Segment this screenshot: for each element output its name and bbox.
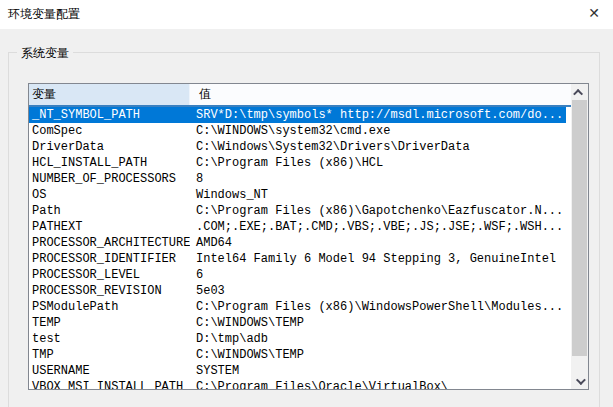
variable-value: 8 — [190, 172, 566, 186]
variable-value: SYSTEM — [190, 364, 566, 378]
variable-name: NUMBER_OF_PROCESSORS — [29, 172, 190, 186]
scrollbar-thumb[interactable] — [572, 100, 587, 356]
table-row[interactable]: PROCESSOR_IDENTIFIERIntel64 Family 6 Mod… — [29, 251, 566, 267]
column-header-value[interactable]: 值 — [190, 84, 588, 105]
variable-name: HCL_INSTALL_PATH — [29, 156, 190, 170]
table-row[interactable]: DriverDataC:\Windows\System32\Drivers\Dr… — [29, 139, 566, 155]
variable-name: PSModulePath — [29, 300, 190, 314]
table-row[interactable]: _NT_SYMBOL_PATHSRV*D:\tmp\symbols* http:… — [29, 107, 566, 123]
table-row[interactable]: NUMBER_OF_PROCESSORS8 — [29, 171, 566, 187]
variable-name: _NT_SYMBOL_PATH — [29, 108, 190, 122]
variable-value: C:\Program Files (x86)\Gapotchenko\Eazfu… — [190, 204, 566, 218]
table-row[interactable]: testD:\tmp\adb — [29, 331, 566, 347]
variable-value: C:\Windows\System32\Drivers\DriverData — [190, 140, 566, 154]
table-row[interactable]: PSModulePathC:\Program Files (x86)\Windo… — [29, 299, 566, 315]
table-row[interactable]: HCL_INSTALL_PATHC:\Program Files (x86)\H… — [29, 155, 566, 171]
variable-name: VBOX_MSI_INSTALL_PATH — [29, 380, 190, 389]
scrollbar-up-icon[interactable] — [571, 84, 588, 100]
scrollbar-down-icon[interactable] — [571, 373, 588, 389]
variable-name: PATHEXT — [29, 220, 190, 234]
table-row[interactable]: VBOX_MSI_INSTALL_PATHC:\Program Files\Or… — [29, 379, 566, 389]
table-row[interactable]: TEMPC:\WINDOWS\TEMP — [29, 315, 566, 331]
variable-value: 5e03 — [190, 284, 566, 298]
variable-name: PROCESSOR_ARCHITECTURE — [29, 236, 190, 250]
variable-value: C:\Program Files (x86)\WindowsPowerShell… — [190, 300, 566, 314]
variable-value: C:\WINDOWS\TEMP — [190, 316, 566, 330]
window-title: 环境变量配置 — [0, 6, 80, 23]
environment-variables-dialog: 环境变量配置 ✕ 系统变量 变量 值 _NT_SYMBOL_PATHSRV*D:… — [0, 0, 613, 407]
variable-value: AMD64 — [190, 236, 566, 250]
variable-value: Windows_NT — [190, 188, 566, 202]
variable-name: USERNAME — [29, 364, 190, 378]
table-row[interactable]: ComSpecC:\WINDOWS\system32\cmd.exe — [29, 123, 566, 139]
variable-name: PROCESSOR_LEVEL — [29, 268, 190, 282]
variable-name: PROCESSOR_IDENTIFIER — [29, 252, 190, 266]
variable-value: .COM;.EXE;.BAT;.CMD;.VBS;.VBE;.JS;.JSE;.… — [190, 220, 566, 234]
variable-name: PROCESSOR_REVISION — [29, 284, 190, 298]
variable-value: 6 — [190, 268, 566, 282]
variable-value: C:\WINDOWS\TEMP — [190, 348, 566, 362]
table-row[interactable]: PROCESSOR_LEVEL6 — [29, 267, 566, 283]
variable-name: TMP — [29, 348, 190, 362]
variable-name: DriverData — [29, 140, 190, 154]
table-row[interactable]: PathC:\Program Files (x86)\Gapotchenko\E… — [29, 203, 566, 219]
table-row[interactable]: USERNAMESYSTEM — [29, 363, 566, 379]
variable-value: C:\Program Files\Oracle\VirtualBox\ — [190, 380, 566, 389]
variable-name: Path — [29, 204, 190, 218]
variable-name: ComSpec — [29, 124, 190, 138]
table-row[interactable]: TMPC:\WINDOWS\TEMP — [29, 347, 566, 363]
variable-name: test — [29, 332, 190, 346]
variable-value: Intel64 Family 6 Model 94 Stepping 3, Ge… — [190, 252, 566, 266]
variable-name: TEMP — [29, 316, 190, 330]
table-header: 变量 值 — [29, 84, 588, 107]
variable-name: OS — [29, 188, 190, 202]
variable-value: D:\tmp\adb — [190, 332, 566, 346]
variable-value: C:\WINDOWS\system32\cmd.exe — [190, 124, 566, 138]
column-header-variable[interactable]: 变量 — [29, 84, 190, 105]
table-row[interactable]: PROCESSOR_ARCHITECTUREAMD64 — [29, 235, 566, 251]
close-icon[interactable]: ✕ — [579, 0, 609, 26]
vertical-scrollbar[interactable] — [571, 84, 588, 389]
table-row[interactable]: PATHEXT.COM;.EXE;.BAT;.CMD;.VBS;.VBE;.JS… — [29, 219, 566, 235]
groupbox-label: 系统变量 — [17, 45, 73, 62]
table-row[interactable]: PROCESSOR_REVISION5e03 — [29, 283, 566, 299]
variable-value: C:\Program Files (x86)\HCL — [190, 156, 566, 170]
variable-value: SRV*D:\tmp\symbols* http://msdl.microsof… — [190, 108, 566, 122]
system-variables-table: 变量 值 _NT_SYMBOL_PATHSRV*D:\tmp\symbols* … — [28, 83, 589, 390]
table-rows: _NT_SYMBOL_PATHSRV*D:\tmp\symbols* http:… — [29, 107, 571, 389]
title-bar: 环境变量配置 ✕ — [0, 0, 613, 29]
table-row[interactable]: OSWindows_NT — [29, 187, 566, 203]
